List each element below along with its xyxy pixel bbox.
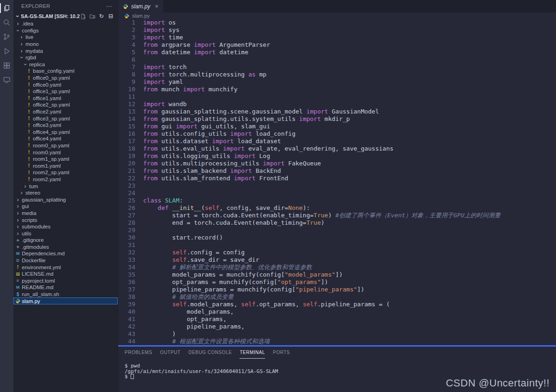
tree-item-office0.yaml[interactable]: !office0.yaml [13,81,118,88]
tree-item-media[interactable]: ›media [13,210,118,217]
tree-item-mydata[interactable]: ›mydata [13,47,118,54]
chevron-down-icon: › [14,14,21,19]
line-number: 41 [118,316,135,323]
extensions-icon[interactable] [0,58,13,73]
toml-file-icon: ≡ [15,278,20,283]
refresh-icon[interactable]: ↻ [98,13,105,19]
remote-explorer-icon[interactable] [0,73,13,87]
tree-item-label: media [22,210,36,216]
explorer-icon[interactable] [0,1,13,15]
line-number: 37 [118,286,135,293]
tree-item-gaussian_splatting[interactable]: ›gaussian_splatting [13,196,118,203]
tree-item-slam.py[interactable]: slam.py [13,297,118,304]
source-control-icon[interactable] [0,30,13,44]
tree-item-label: gui [22,203,29,209]
tree-item-label: office3_sp.yaml [33,116,70,121]
tree-item-rgbd[interactable]: ›rgbd [13,54,118,61]
line-number: 12 [118,101,135,108]
tree-item-office2_sp.yaml[interactable]: !office2_sp.yaml [13,101,118,108]
code-line: 32 self.config = config [118,249,556,256]
more-actions-icon[interactable]: ⋯ [106,3,112,10]
sidebar-title: EXPLORER [21,3,50,9]
tree-item-configs[interactable]: ›configs [13,27,118,34]
tree-item-README.md[interactable]: MREADME.md [13,284,118,291]
tree-item-.gitignore[interactable]: ◈.gitignore [13,237,118,244]
tree-item-mono[interactable]: ›mono [13,41,118,48]
tree-item-office2.yaml[interactable]: !office2.yaml [13,108,118,115]
collapse-all-icon[interactable]: ⊟ [107,13,114,19]
line-number: 9 [118,78,135,86]
line-number: 29 [118,227,135,234]
run-debug-icon[interactable] [0,44,13,58]
tree-item-base_config.yaml[interactable]: !base_config.yaml [13,68,118,75]
tree-item-office1_sp.yaml[interactable]: !office1_sp.yaml [13,88,118,95]
tree-item-live[interactable]: ›live [13,34,118,41]
workspace-name: SA-GS-SLAM [SSH: 10.252.18.70] [21,13,80,19]
tree-item-label: Dockerfile [22,258,45,263]
tree-item-room1.yaml[interactable]: !room1.yaml [13,162,118,169]
tree-item-room2_sp.yaml[interactable]: !room2_sp.yaml [13,169,118,176]
tree-item-office3_sp.yaml[interactable]: !office3_sp.yaml [13,115,118,122]
tree-item-office4_sp.yaml[interactable]: !office4_sp.yaml [13,129,118,136]
line-number: 18 [118,145,135,152]
tree-item-scripts[interactable]: ›scripts [13,216,118,223]
tree-item-environment.yml[interactable]: !environment.yml [13,264,118,271]
tree-item-LICENSE.md[interactable]: ▤LICENSE.md [13,271,118,278]
workspace-section-header[interactable]: › SA-GS-SLAM [SSH: 10.252.18.70] ↻⊟ [13,12,118,20]
tree-item-label: room2_sp.yaml [33,170,70,175]
terminal-line: /gpfs/ai/mnt/inaisfs/user-fs/3240604011/… [125,369,556,374]
code-line: 21from utils.slam_backend import BackEnd [118,167,556,175]
new-file-icon[interactable] [80,13,86,19]
tree-item-tum[interactable]: ›tum [13,183,118,190]
tree-item-room1_sp.yaml[interactable]: !room1_sp.yaml [13,156,118,163]
tree-item-replica[interactable]: ›replica [13,61,118,68]
line-number: 17 [118,138,135,145]
tree-item-label: README.md [22,285,53,290]
panel-tab-ports[interactable]: PORTS [273,347,290,359]
panel-tab-problems[interactable]: PROBLEMS [125,347,152,359]
tree-item-label: room1_sp.yaml [33,156,70,162]
tree-item-.gitmodules[interactable]: ◈.gitmodules [13,244,118,251]
new-folder-icon[interactable] [89,13,95,19]
tree-item-label: mono [25,41,39,47]
tree-item-run_all_slam.sh[interactable]: $run_all_slam.sh [13,291,118,298]
close-icon[interactable]: × [155,3,158,10]
tree-item-label: room0.yaml [33,150,61,155]
panel-tab-output[interactable]: OUTPUT [160,347,181,359]
panel-tab-debug-console[interactable]: DEBUG CONSOLE [189,347,232,359]
yaml-file-icon: ! [26,82,32,87]
code-line: 22from utils.slam_frontend import FrontE… [118,175,556,182]
code-line: 27 start = torch.cuda.Event(enable_timin… [118,212,556,219]
panel-tab-terminal[interactable]: TERMINAL [240,347,265,359]
code-editor[interactable]: 1import os2import sys3import time4from a… [118,19,556,345]
tree-item-Dockerfile[interactable]: DDockerfile [13,257,118,264]
tree-item-room0_sp.yaml[interactable]: !room0_sp.yaml [13,142,118,149]
chevron-right-icon: › [15,203,20,209]
code-line: 9import yaml [118,78,556,86]
tree-item-Dependencies.md[interactable]: MDependencies.md [13,250,118,257]
tree-item-room0.yaml[interactable]: !room0.yaml [13,149,118,156]
line-number: 8 [118,71,135,78]
tree-item-room2.yaml[interactable]: !room2.yaml [13,176,118,183]
tree-item-submodules[interactable]: ›submodules [13,223,118,230]
code-line: 39 self.model_params, self.opt_params, s… [118,301,556,308]
tree-item-.idea[interactable]: ›.idea [13,20,118,27]
chevron-right-icon: › [15,230,20,237]
tree-item-office1.yaml[interactable]: !office1.yaml [13,95,118,102]
tree-item-office0_sp.yaml[interactable]: !office0_sp.yaml [13,75,118,82]
chevron-right-icon: › [19,48,24,54]
tree-item-stereo[interactable]: ›stereo [13,190,118,196]
search-icon[interactable] [0,15,13,30]
tree-item-office3.yaml[interactable]: !office3.yaml [13,122,118,129]
tree-item-pyproject.toml[interactable]: ≡pyproject.toml [13,278,118,285]
tree-item-utils[interactable]: ›utils [13,230,118,237]
chevron-right-icon: › [15,223,20,230]
code-line: 35 model_params = munchify(config["model… [118,271,556,278]
tab-slam-py[interactable]: slam.py × [118,0,163,13]
code-line: 34 # 解析配置文件中的模型参数、优化参数和管道参数 [118,264,556,271]
license-file-icon: ▤ [15,272,20,276]
tree-item-office4.yaml[interactable]: !office4.yaml [13,135,118,142]
tree-item-label: office0_sp.yaml [33,75,70,81]
breadcrumb[interactable]: slam.py [118,13,556,19]
tree-item-gui[interactable]: ›gui [13,203,118,210]
